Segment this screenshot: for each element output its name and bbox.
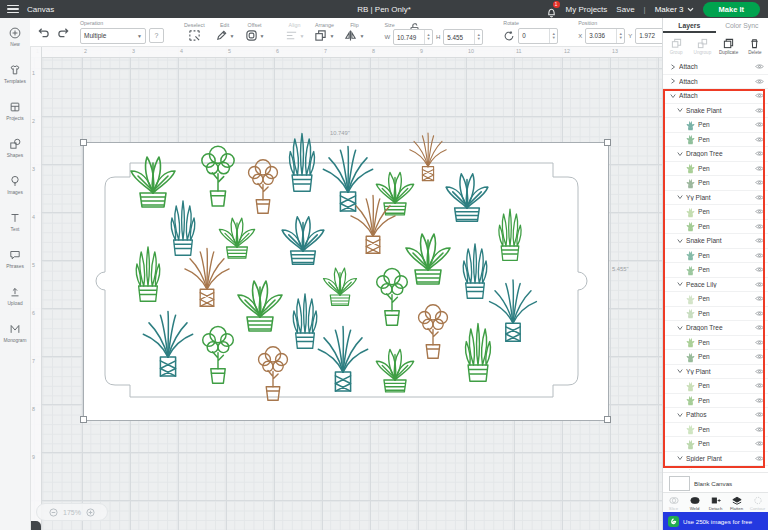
- chevron-down-icon[interactable]: [677, 194, 683, 200]
- save-link[interactable]: Save: [616, 5, 634, 14]
- edit-dropdown[interactable]: ▼: [215, 29, 235, 42]
- width-stepper[interactable]: ▲▼: [424, 30, 432, 44]
- layer-row-group[interactable]: Pathos: [663, 408, 768, 423]
- deselect-button[interactable]: [188, 29, 201, 42]
- plants-group[interactable]: [131, 133, 536, 400]
- rotate-stepper[interactable]: ▲▼: [549, 29, 557, 43]
- eye-icon[interactable]: [755, 426, 764, 433]
- make-it-button[interactable]: Make It: [703, 2, 760, 17]
- plant-arching[interactable]: [323, 147, 372, 212]
- lock-icon[interactable]: [410, 19, 419, 29]
- eye-icon[interactable]: [755, 150, 764, 157]
- layer-row-pen[interactable]: Pen: [663, 350, 768, 365]
- eye-icon[interactable]: [755, 63, 764, 70]
- redo-button[interactable]: [57, 25, 70, 39]
- chevron-down-icon[interactable]: [677, 412, 683, 418]
- chevron-right-icon[interactable]: [670, 64, 676, 70]
- plant-leafy[interactable]: [219, 218, 254, 258]
- eye-icon[interactable]: [755, 339, 764, 346]
- height-stepper[interactable]: ▲▼: [474, 30, 482, 44]
- layer-row-pen[interactable]: Pen: [663, 263, 768, 278]
- plant-spiky[interactable]: [136, 247, 159, 301]
- chevron-down-icon[interactable]: [670, 93, 676, 99]
- eye-icon[interactable]: [755, 382, 764, 389]
- plant-bushy[interactable]: [259, 347, 288, 401]
- plant-bushy[interactable]: [377, 269, 408, 326]
- plant-spiky[interactable]: [293, 294, 316, 348]
- undo-button[interactable]: [37, 25, 50, 39]
- sidebar-item-projects[interactable]: Projects: [0, 92, 30, 129]
- sidebar-item-text[interactable]: Text: [0, 203, 30, 240]
- zoom-out-icon[interactable]: [49, 508, 58, 517]
- sidebar-item-new[interactable]: New: [0, 18, 30, 55]
- sidebar-item-phrases[interactable]: Phrases: [0, 240, 30, 277]
- selection-handle-bottom-left[interactable]: [80, 416, 87, 423]
- layer-row-pen[interactable]: Pen: [663, 292, 768, 307]
- plant-leafy[interactable]: [376, 349, 413, 392]
- eye-icon[interactable]: [755, 368, 764, 375]
- eye-icon[interactable]: [755, 208, 764, 215]
- plant-leafy[interactable]: [446, 174, 488, 222]
- plant-arching[interactable]: [490, 280, 537, 341]
- layer-row-group[interactable]: Spider Plant: [663, 452, 768, 467]
- machine-selector[interactable]: Maker 3: [655, 5, 694, 14]
- plant-arching[interactable]: [410, 133, 446, 181]
- eye-icon[interactable]: [755, 252, 764, 259]
- eye-icon[interactable]: [755, 121, 764, 128]
- plant-bushy[interactable]: [419, 305, 448, 359]
- layer-row-attach[interactable]: Attach: [663, 75, 768, 90]
- layer-row-pen[interactable]: Pen: [663, 437, 768, 452]
- eye-icon[interactable]: [755, 455, 764, 462]
- plant-leafy[interactable]: [376, 172, 413, 215]
- plant-bushy[interactable]: [202, 146, 234, 206]
- plant-spiky[interactable]: [290, 134, 315, 192]
- align-dropdown[interactable]: ▼: [285, 29, 305, 42]
- contour-button[interactable]: Contour: [747, 493, 768, 513]
- chevron-down-icon[interactable]: [677, 325, 683, 331]
- layer-row-pen[interactable]: Pen: [663, 176, 768, 191]
- layer-row-group[interactable]: Snake Plant: [663, 234, 768, 249]
- eye-icon[interactable]: [755, 179, 764, 186]
- chevron-down-icon[interactable]: [677, 368, 683, 374]
- layer-row-pen[interactable]: Pen: [663, 162, 768, 177]
- ungroup-button[interactable]: Ungroup: [689, 33, 715, 60]
- eye-icon[interactable]: [755, 440, 764, 447]
- group-button[interactable]: Group: [663, 33, 689, 60]
- chevron-down-icon[interactable]: [677, 238, 683, 244]
- eye-icon[interactable]: [755, 295, 764, 302]
- layer-row-pen[interactable]: Pen: [663, 307, 768, 322]
- plant-leafy[interactable]: [238, 281, 282, 331]
- layer-row-pen[interactable]: Pen: [663, 336, 768, 351]
- layer-row-group[interactable]: Snake Plant: [663, 104, 768, 119]
- layer-row-pen[interactable]: Pen: [663, 133, 768, 148]
- eye-icon[interactable]: [755, 397, 764, 404]
- blank-canvas-row[interactable]: Blank Canvas: [663, 472, 768, 493]
- layer-row-group[interactable]: Dragon Tree: [663, 321, 768, 336]
- eye-icon[interactable]: [755, 107, 764, 114]
- my-projects-link[interactable]: My Projects: [566, 5, 608, 14]
- layer-row-pen[interactable]: Pen: [663, 466, 768, 470]
- plant-spiky[interactable]: [463, 244, 486, 298]
- detach-button[interactable]: Detach: [705, 493, 726, 513]
- eye-icon[interactable]: [755, 469, 764, 470]
- layer-row-group[interactable]: Yy Plant: [663, 365, 768, 380]
- slice-button[interactable]: Slice: [663, 493, 684, 513]
- rotate-icon[interactable]: [503, 30, 515, 42]
- selection-handle-top-right[interactable]: [604, 139, 611, 146]
- sidebar-item-upload[interactable]: Upload: [0, 277, 30, 314]
- menu-icon[interactable]: [7, 5, 19, 13]
- layer-row-pen[interactable]: Pen: [663, 379, 768, 394]
- layer-row-pen[interactable]: Pen: [663, 205, 768, 220]
- plant-arching[interactable]: [185, 249, 229, 307]
- tab-layers[interactable]: Layers: [663, 18, 716, 33]
- plant-leafy[interactable]: [131, 157, 175, 207]
- width-input[interactable]: 10.749 ▲▼: [393, 29, 433, 45]
- tab-color-sync[interactable]: Color Sync: [716, 18, 768, 33]
- layer-row-pen[interactable]: Pen: [663, 394, 768, 409]
- sidebar-item-images[interactable]: Images: [0, 166, 30, 203]
- sidebar-item-shapes[interactable]: Shapes: [0, 129, 30, 166]
- eye-icon[interactable]: [755, 324, 764, 331]
- plant-spiky[interactable]: [466, 324, 491, 382]
- plant-leafy[interactable]: [406, 234, 450, 284]
- chevron-down-icon[interactable]: [677, 107, 683, 113]
